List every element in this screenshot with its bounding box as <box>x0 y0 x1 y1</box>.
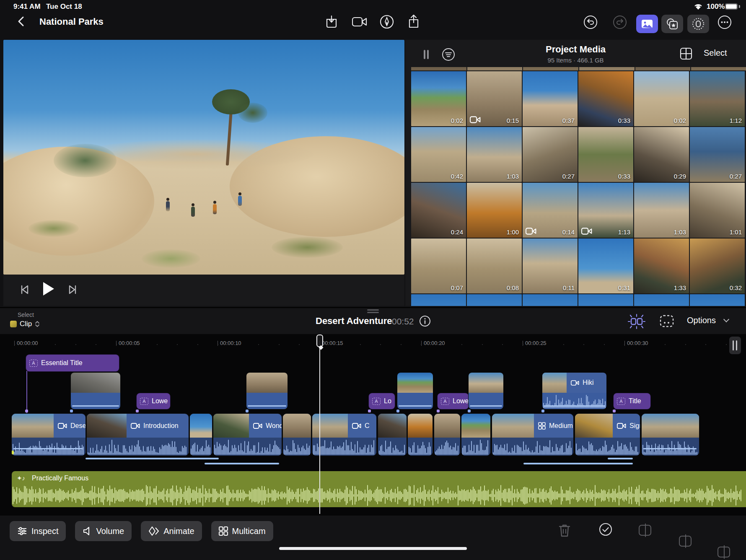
media-item[interactable]: 1:01 <box>690 183 745 238</box>
media-select-button[interactable]: Select <box>704 48 727 58</box>
main-clip[interactable] <box>642 414 699 456</box>
media-item[interactable]: 0:32 <box>690 239 745 293</box>
inspect-button[interactable]: Inspect <box>10 521 66 541</box>
media-item-partial[interactable] <box>411 294 466 306</box>
range-bar[interactable] <box>608 458 633 459</box>
media-item-partial[interactable] <box>467 294 522 306</box>
range-bar[interactable] <box>523 463 633 464</box>
redo-button[interactable] <box>613 15 627 29</box>
playhead-line[interactable] <box>319 348 320 514</box>
volume-button[interactable]: Volume <box>75 521 132 541</box>
main-clip[interactable] <box>461 414 490 456</box>
undo-button[interactable] <box>583 15 598 29</box>
music-clip[interactable]: ✦♪ Practically Famous <box>12 471 746 507</box>
pencil-tool-button[interactable] <box>380 15 394 29</box>
media-item[interactable]: 0:29 <box>634 127 689 182</box>
media-item[interactable]: 0:08 <box>467 239 522 293</box>
media-item[interactable]: 0:33 <box>578 71 633 126</box>
more-button[interactable] <box>718 15 732 29</box>
media-item[interactable]: 0:27 <box>523 127 578 182</box>
main-clip[interactable] <box>408 414 433 456</box>
back-button[interactable] <box>16 16 27 27</box>
main-clip[interactable]: Introduction <box>87 414 189 456</box>
label-text: Desert <box>70 422 85 430</box>
share-button[interactable] <box>407 14 420 29</box>
import-button[interactable] <box>325 15 338 29</box>
media-item[interactable]: 0:24 <box>411 183 466 238</box>
range-bar[interactable] <box>205 463 279 464</box>
media-item-partial[interactable] <box>634 294 689 306</box>
media-item[interactable]: 0:31 <box>578 239 633 293</box>
media-item[interactable]: 0:27 <box>690 127 745 182</box>
range-bar[interactable] <box>85 458 219 459</box>
main-clip[interactable] <box>378 414 407 456</box>
media-item[interactable]: 0:11 <box>523 239 578 293</box>
connected-clip[interactable] <box>71 373 120 409</box>
viewer[interactable] <box>3 40 404 275</box>
media-item[interactable]: 0:15 <box>467 71 522 126</box>
media-item[interactable]: 1:00 <box>467 183 522 238</box>
title-a-icon: A <box>617 398 625 405</box>
media-item-partial[interactable] <box>578 294 633 306</box>
main-clip[interactable]: Desert <box>12 414 85 456</box>
media-item[interactable]: 1:13 <box>578 183 633 238</box>
media-item-partial[interactable] <box>523 294 578 306</box>
title-clip[interactable]: AEssential Title <box>26 355 119 371</box>
options-button[interactable]: Options <box>687 316 716 325</box>
playhead-handle[interactable] <box>316 334 323 347</box>
media-item[interactable]: 0:33 <box>578 127 633 182</box>
delete-button[interactable] <box>558 523 571 537</box>
media-item[interactable]: 1:33 <box>634 239 689 293</box>
title-clip[interactable]: ATitle <box>614 393 650 409</box>
main-clip[interactable] <box>434 414 460 456</box>
trim-both-button[interactable] <box>679 536 692 547</box>
panel-resize-handle[interactable] <box>367 309 379 314</box>
main-clip[interactable]: Signs <box>575 414 640 456</box>
media-item[interactable]: 0:37 <box>523 71 578 126</box>
media-item[interactable]: 1:03 <box>467 127 522 182</box>
ruler-minor-tick <box>502 344 503 345</box>
enable-clip-button[interactable] <box>598 522 613 537</box>
media-browser-button[interactable] <box>636 15 658 33</box>
connected-clip[interactable]: Hiki <box>542 373 606 409</box>
clip-appearance-button[interactable] <box>657 314 676 329</box>
main-clip[interactable]: Medium - <box>492 414 573 456</box>
animate-button[interactable]: Animate <box>141 521 202 541</box>
media-item[interactable]: 0:14 <box>523 183 578 238</box>
info-button[interactable] <box>419 315 431 327</box>
clip-selector[interactable]: Clip <box>10 320 40 328</box>
trim-left-button[interactable] <box>639 525 651 536</box>
connected-clip[interactable] <box>469 373 503 409</box>
main-clip[interactable]: C <box>312 414 376 456</box>
title-clip[interactable]: ALo <box>369 393 395 409</box>
media-item[interactable]: 0:42 <box>411 127 466 182</box>
skip-back-button[interactable] <box>18 284 30 296</box>
media-item[interactable]: 0:02 <box>411 71 466 126</box>
trim-right-button[interactable] <box>718 547 730 557</box>
camera-record-button[interactable] <box>352 17 367 27</box>
home-indicator[interactable] <box>279 547 467 550</box>
main-clip[interactable]: Wond <box>213 414 282 456</box>
main-clip[interactable] <box>283 414 311 456</box>
media-item-partial[interactable] <box>690 294 745 306</box>
timeline-view-toggle[interactable] <box>627 313 646 330</box>
play-button[interactable] <box>43 282 54 296</box>
jog-wheel-button[interactable] <box>687 15 709 33</box>
clip-thumbnail <box>246 373 288 393</box>
timeline-scroll-handle[interactable] <box>729 337 741 354</box>
grid-view-button[interactable] <box>680 47 692 60</box>
main-clip[interactable] <box>190 414 212 456</box>
title-clip[interactable]: ALowe <box>438 393 469 409</box>
multicam-button[interactable]: Multicam <box>211 521 273 541</box>
timeline[interactable]: 00:00:0000:00:0500:00:1000:00:1500:00:20… <box>0 334 746 516</box>
media-item[interactable]: 0:07 <box>411 239 466 293</box>
media-item[interactable]: 1:03 <box>634 183 689 238</box>
connected-clip[interactable] <box>397 373 433 409</box>
skip-forward-button[interactable] <box>67 284 79 296</box>
timeline-toolbar: Select Clip Desert Adventure 00:52 Optio… <box>0 307 746 334</box>
title-clip[interactable]: ALowe <box>137 393 170 409</box>
connected-clip[interactable] <box>246 373 288 409</box>
effects-button[interactable] <box>661 15 683 33</box>
media-item[interactable]: 0:02 <box>634 71 689 126</box>
media-item[interactable]: 1:12 <box>690 71 745 126</box>
